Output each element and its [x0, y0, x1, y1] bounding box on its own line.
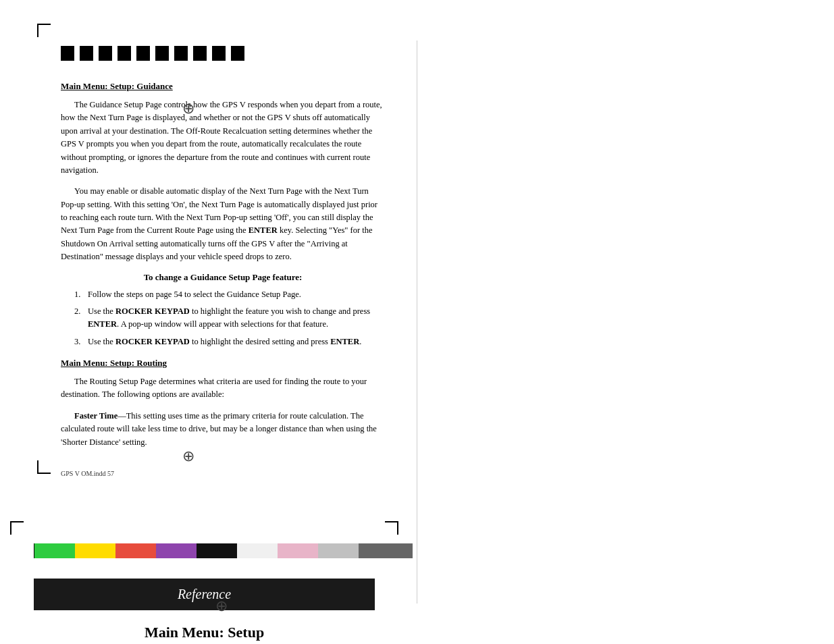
step-3: 3. Use the ROCKER KEYPAD to highlight th…: [74, 336, 385, 348]
bar-seg: [136, 46, 150, 61]
footer-left: GPS V OM.indd 57: [61, 470, 114, 477]
bar-seg: [151, 46, 154, 61]
bar-seg: [227, 46, 230, 61]
right-main-heading: Main Menu: Setup: [34, 624, 375, 641]
registration-mark-top: ⊕: [182, 100, 194, 117]
registration-mark-bottom: ⊕: [182, 448, 194, 465]
bar-seg: [231, 46, 244, 61]
registration-mark-top-right: ⊕: [215, 597, 228, 615]
bar-seg: [118, 46, 131, 61]
bar-seg: [132, 46, 135, 61]
bar-seg: [193, 46, 207, 61]
bar-seg: [208, 46, 211, 61]
bar-seg: [61, 46, 74, 61]
bar-seg: [174, 46, 188, 61]
step-1: 1. Follow the steps on page 54 to select…: [74, 288, 385, 301]
bar-seg: [95, 46, 97, 61]
section2-heading: Main Menu: Setup: Routing: [61, 358, 385, 369]
right-column: ⊕ Reference Main Menu: Setup System Time…: [0, 498, 415, 644]
left-column: ⊕ Main Menu: Setup: Guidance The Guidanc…: [0, 0, 419, 498]
bar-seg: [170, 46, 173, 61]
section2-para1: The Routing Setup Page determines what c…: [61, 375, 385, 402]
bar-seg: [212, 46, 226, 61]
bar-seg: [113, 46, 116, 61]
corner-tl-left: [37, 24, 51, 37]
bar-seg: [76, 46, 78, 61]
reference-banner: Reference: [34, 579, 375, 610]
section1-para2: You may enable or disable automatic disp…: [61, 185, 385, 263]
steps-heading: To change a Guidance Setup Page feature:: [61, 272, 385, 283]
top-color-bar-right: [34, 543, 415, 558]
corner-bl-left: [37, 460, 51, 474]
corner-tr-right: [385, 521, 398, 535]
section1-para1: The Guidance Setup Page controls how the…: [61, 99, 385, 177]
bar-seg: [99, 46, 112, 61]
top-bar-left: [61, 46, 270, 61]
step-2: 2. Use the ROCKER KEYPAD to highlight th…: [74, 305, 385, 331]
corner-tl-right: [10, 521, 24, 535]
column-divider: [417, 41, 417, 603]
bar-seg: [155, 46, 169, 61]
section2-para2: Faster Time—This setting uses time as th…: [61, 410, 385, 449]
steps-list: 1. Follow the steps on page 54 to select…: [74, 288, 385, 349]
bar-seg: [189, 46, 192, 61]
section1-heading: Main Menu: Setup: Guidance: [61, 81, 385, 92]
bar-seg: [80, 46, 93, 61]
